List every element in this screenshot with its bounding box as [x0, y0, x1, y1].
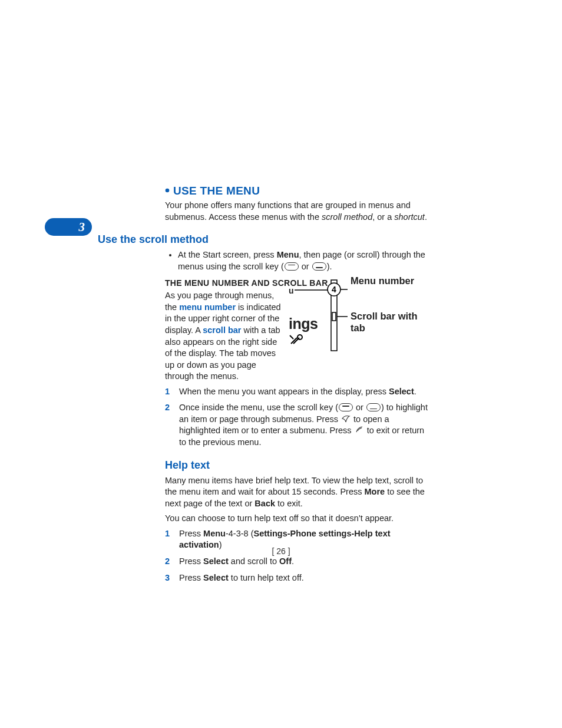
step-number: 2 — [165, 556, 173, 568]
list-item: 1 When the menu you want appears in the … — [165, 386, 429, 398]
text: Press — [179, 529, 203, 538]
display-figure: 4 u ings Menu number Scroll bar with tab — [289, 274, 418, 357]
text: ). — [327, 262, 332, 271]
numbered-steps-1: 1 When the menu you want appears in the … — [165, 386, 429, 449]
text: . — [414, 387, 416, 396]
text: , or a — [372, 212, 394, 222]
text: Scroll bar with tab — [351, 311, 418, 333]
text: to turn help text off. — [229, 573, 304, 582]
figure-ings-label: ings — [289, 315, 318, 332]
menu-number-paragraph: As you page through menus, the menu numb… — [165, 290, 283, 383]
step-text: Press Select to turn help text off. — [179, 572, 304, 584]
section-title: USE THE MENU — [165, 183, 429, 197]
text: . — [425, 212, 427, 222]
figure-u-label: u — [289, 286, 294, 295]
bullet-list: At the Start screen, press Menu, then pa… — [165, 249, 429, 272]
text-italic: shortcut — [394, 212, 425, 222]
text: Once inside the menu, use the scroll key… — [179, 403, 338, 412]
figure-menu-number-label: Menu number — [351, 275, 414, 287]
step-text: When the menu you want appears in the di… — [179, 386, 416, 398]
help-paragraph-2: You can choose to turn help text off so … — [165, 513, 429, 525]
step-number: 1 — [165, 386, 173, 398]
text-bold: Menu — [203, 529, 226, 538]
text-bold: Select — [389, 387, 414, 396]
text-bold: Select — [203, 573, 229, 582]
text-bold: Back — [254, 499, 275, 508]
subheading-scroll-method: Use the scroll method — [98, 233, 429, 246]
step-number: 2 — [165, 402, 173, 448]
bullet-icon — [165, 183, 170, 187]
scroll-up-icon — [339, 403, 353, 411]
scroll-up-icon — [285, 262, 299, 271]
term-menu-number: menu number — [179, 302, 236, 312]
help-text-block: Many menu items have brief help text. To… — [165, 475, 429, 584]
term-scroll-bar: scroll bar — [203, 325, 241, 335]
text-italic: scroll method — [322, 212, 372, 222]
text: . — [292, 556, 294, 566]
step-number: 3 — [165, 572, 173, 584]
help-paragraph-1: Many menu items have brief help text. To… — [165, 475, 429, 510]
list-item: 2 Once inside the menu, use the scroll k… — [165, 402, 429, 448]
text: At the Start screen, press — [178, 250, 277, 259]
text: or — [299, 262, 312, 271]
text-bold: Select — [203, 556, 229, 566]
end-key-icon — [355, 425, 364, 434]
step-text: Once inside the menu, use the scroll key… — [179, 402, 429, 448]
text-bold: Off — [279, 556, 292, 566]
subheading-help-text: Help text — [165, 459, 429, 472]
tools-icon — [289, 333, 306, 346]
text-bold: Menu — [277, 250, 299, 259]
step-text: Press Select and scroll to Off. — [179, 556, 294, 568]
list-item: At the Start screen, press Menu, then pa… — [178, 249, 429, 272]
svg-point-0 — [166, 189, 170, 193]
text-bold: More — [365, 487, 385, 496]
page-number: [ 26 ] — [0, 546, 562, 556]
text: Menu number — [351, 275, 414, 286]
text: When the menu you want appears in the di… — [179, 387, 389, 396]
section-number: 3 — [79, 220, 85, 235]
send-key-icon — [341, 414, 351, 423]
text: or — [353, 403, 366, 412]
menu-number-value: 4 — [332, 285, 336, 294]
list-item: 2 Press Select and scroll to Off. — [165, 556, 429, 568]
svg-rect-5 — [332, 312, 336, 321]
text: and scroll to — [229, 556, 279, 566]
svg-point-7 — [297, 335, 302, 340]
text: to exit. — [275, 499, 303, 508]
text: Press — [179, 573, 203, 582]
section-title-text: USE THE MENU — [173, 185, 260, 197]
scroll-down-icon — [366, 403, 381, 411]
text: Press — [179, 556, 203, 566]
section-number-tab: 3 — [45, 218, 92, 236]
list-item: 3 Press Select to turn help text off. — [165, 572, 429, 584]
text: -4-3-8 ( — [226, 529, 254, 538]
figure-scrollbar-label: Scroll bar with tab — [351, 311, 418, 334]
scroll-down-icon — [312, 262, 326, 271]
manual-page: 3 USE THE MENU Your phone offers many fu… — [0, 0, 562, 728]
intro-paragraph: Your phone offers many functions that ar… — [165, 200, 429, 223]
